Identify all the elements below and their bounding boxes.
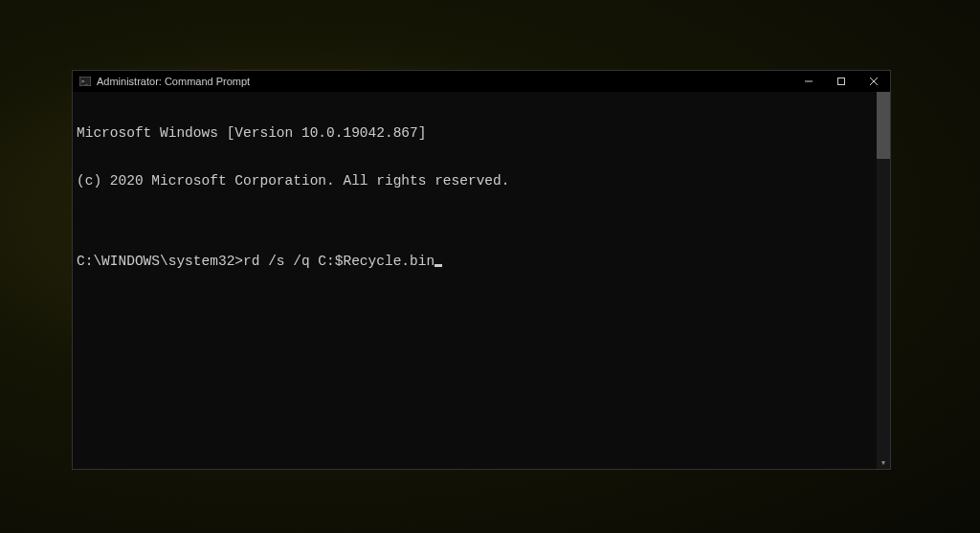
command-prompt-window: >_ Administrator: Command Prompt Microso… (72, 70, 891, 470)
cmd-icon: >_ (78, 75, 92, 88)
terminal-output[interactable]: Microsoft Windows [Version 10.0.19042.86… (73, 92, 890, 469)
vertical-scrollbar[interactable]: ▾ (877, 92, 890, 469)
scroll-thumb[interactable] (877, 92, 890, 159)
version-line: Microsoft Windows [Version 10.0.19042.86… (77, 125, 886, 142)
close-button[interactable] (858, 71, 890, 92)
maximize-button[interactable] (825, 71, 858, 92)
prompt-line: C:\WINDOWS\system32>rd /s /q C:$Recycle.… (77, 254, 886, 270)
copyright-line: (c) 2020 Microsoft Corporation. All righ… (77, 173, 886, 189)
prompt-path: C:\WINDOWS\system32> (77, 254, 243, 270)
window-title: Administrator: Command Prompt (97, 76, 792, 87)
typed-command: rd /s /q C:$Recycle.bin (243, 254, 434, 270)
text-cursor (434, 264, 442, 267)
window-controls (792, 71, 890, 92)
svg-text:>_: >_ (81, 78, 89, 85)
scroll-down-arrow-icon[interactable]: ▾ (877, 455, 890, 469)
minimize-button[interactable] (792, 71, 825, 92)
svg-rect-3 (838, 78, 845, 85)
titlebar[interactable]: >_ Administrator: Command Prompt (73, 71, 890, 92)
